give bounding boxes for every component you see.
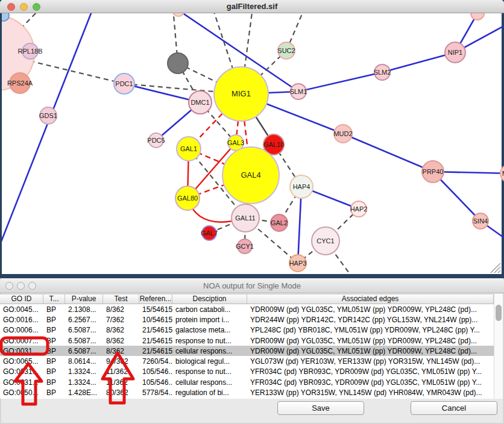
node-label: MIG1	[232, 89, 251, 98]
vertical-scrollbar[interactable]	[494, 294, 503, 399]
network-node-HAP4[interactable]: HAP4	[290, 175, 313, 198]
node-label: HAP4	[293, 183, 310, 190]
network-node-gray1[interactable]	[168, 53, 188, 73]
table-cell: GO:0031...	[0, 367, 43, 376]
node-label: CYC1	[317, 237, 334, 245]
table-row[interactable]: GO:0016...BP6.2567...7/36210/54615protei…	[0, 314, 494, 325]
network-node-GAL1[interactable]: GAL1	[177, 137, 201, 161]
node-label: SIN4	[473, 217, 488, 225]
table-body: GO:0045...BP2.1308...8/36215/54615carbon…	[0, 304, 494, 398]
table-cell: BP	[43, 378, 65, 387]
network-edge	[343, 134, 433, 172]
node-label: GAL10	[263, 141, 284, 148]
resize-grip-icon[interactable]	[488, 261, 502, 274]
table-cell: GO:0006...	[0, 326, 43, 334]
network-node-PRP40[interactable]: PRP40	[422, 161, 444, 182]
table-cell: response to nut...	[172, 337, 247, 345]
table-row[interactable]: GO:0006...BP6.5087...8/36221/54615galact…	[0, 325, 494, 335]
cancel-button[interactable]: Cancel	[411, 401, 497, 415]
table-cell: 11/362	[103, 378, 139, 387]
table-cell: 15/54615	[139, 305, 172, 314]
table-cell: YGL073W (pd) YER103W, YER133W (pp) YOR31…	[247, 357, 494, 366]
table-cell: BP	[43, 337, 65, 345]
noa-window-titlebar[interactable]: NOA output for Single Mode	[0, 278, 504, 293]
network-node-HAP3[interactable]: HAP3	[289, 255, 307, 272]
node-label: PDC5	[147, 137, 165, 144]
network-node-GDS1[interactable]: GDS1	[39, 107, 57, 124]
network-canvas[interactable]: RPL18BRPS24AGDS1PDC1PDC5DMC1MIG1SUC2SLM1…	[2, 13, 504, 275]
column-header-desciption[interactable]: Desciption	[172, 295, 247, 304]
network-node-MSN[interactable]: MSN	[500, 164, 504, 182]
table-cell: YDR009W (pd) YGL035C, YML051W (pp) YDR00…	[247, 347, 494, 355]
network-node-GAL4[interactable]: GAL4	[222, 147, 279, 204]
table-cell: 1.428E...	[65, 388, 103, 397]
table-cell: cellular respons...	[172, 347, 247, 355]
table-cell: YFR034C (pd) YBR093C, YDR009W (pd) YGL03…	[247, 367, 494, 376]
table-cell: GO:0031...	[0, 347, 43, 355]
network-node-toppink[interactable]	[471, 13, 484, 20]
network-node-GAL80[interactable]: GAL80	[175, 186, 200, 210]
column-header-go-id[interactable]: GO ID	[0, 295, 43, 304]
table-row[interactable]: GO:0007...BP6.5087...8/36221/54615respon…	[0, 335, 494, 346]
table-cell: 21/54615	[139, 337, 172, 345]
network-node-topstub[interactable]	[172, 13, 184, 16]
network-node-SUC2[interactable]: SUC2	[277, 42, 295, 59]
node-label: GAL11	[235, 214, 255, 222]
column-header-associated-edges[interactable]: Associated edges	[247, 295, 494, 304]
network-node-CYC1[interactable]: CYC1	[312, 227, 339, 255]
node-label: NIP1	[448, 49, 462, 56]
node-label: GCY1	[236, 243, 254, 250]
scrollbar-thumb[interactable]	[496, 305, 502, 321]
table-cell: BP	[43, 326, 65, 334]
column-header-test[interactable]: Test	[103, 295, 139, 304]
table-cell: 21/54615	[139, 347, 172, 355]
column-header-t[interactable]: T...	[43, 295, 65, 304]
network-node-GAL7[interactable]: GAL7	[201, 226, 218, 240]
node-label: GAL3	[227, 139, 244, 146]
table-cell: 105/546...	[139, 367, 172, 376]
table-cell: GO:0045...	[0, 305, 43, 314]
network-node-NIP1[interactable]: NIP1	[445, 42, 465, 63]
table-row[interactable]: GO:0065...BP8.0614...94/3627260/54...bio…	[0, 356, 494, 366]
table-cell: protein import i...	[172, 316, 247, 324]
table-row[interactable]: GO:0031...BP1.3324...11/362105/546...res…	[0, 367, 494, 377]
table-cell: 6.5087...	[65, 326, 103, 334]
column-header-referen[interactable]: Referen...	[139, 295, 172, 304]
table-row[interactable]: GO:0050...BP1.428E...80/3625778/54...reg…	[0, 387, 494, 398]
network-node-DMC1[interactable]: DMC1	[189, 91, 212, 114]
network-node-MUD2[interactable]: MUD2	[333, 125, 352, 143]
table-cell: 6.2567...	[65, 316, 103, 324]
save-button[interactable]: Save	[277, 401, 364, 415]
table-cell: 8.0614...	[65, 357, 103, 366]
table-cell: 10/54615	[139, 316, 172, 324]
table-cell: 8/362	[103, 337, 139, 345]
graph-window-titlebar[interactable]: galFiltered.sif	[0, 0, 504, 13]
table-cell: BP	[43, 388, 65, 397]
table-cell: 80/362	[103, 388, 139, 397]
network-node-MIG1[interactable]: MIG1	[214, 67, 268, 121]
table-cell: 6.5087...	[65, 347, 103, 355]
table-row[interactable]: GO:0045...BP2.1308...8/36215/54615carbon…	[0, 304, 494, 314]
table-cell: cellular respons...	[172, 378, 247, 387]
table-cell: galactose meta...	[172, 326, 247, 334]
node-label: GAL2	[271, 219, 288, 226]
table-row[interactable]: GO:0031...BP6.5087...8/36221/54615cellul…	[0, 346, 494, 356]
network-edge	[382, 52, 455, 72]
table-cell: YDR009W (pd) YGL035C, YML051W (pp) YDR00…	[247, 337, 494, 345]
table-cell: response to nut...	[172, 367, 247, 376]
network-node-PDC1[interactable]: PDC1	[114, 73, 134, 94]
network-node-SLM1[interactable]: SLM1	[290, 84, 307, 99]
table-row[interactable]: GO:0031...BP1.3324...11/362105/546...cel…	[0, 377, 494, 387]
table-cell: YDR244W (pp) YDR142C, YDR142C (pp) YGL15…	[247, 316, 494, 324]
network-node-GAL11[interactable]: GAL11	[232, 204, 259, 232]
node-label: SLM2	[374, 69, 391, 76]
table-cell: YER133W (pp) YOR315W, YNL145W (pd) YHR08…	[247, 388, 494, 397]
table-cell: 94/362	[103, 357, 139, 366]
table-cell: 6.5087...	[65, 337, 103, 345]
network-node-SLM2[interactable]: SLM2	[374, 64, 391, 80]
network-node-GCY1[interactable]: GCY1	[236, 239, 254, 254]
network-node-GAL2[interactable]: GAL2	[271, 214, 288, 231]
network-node-HAP2[interactable]: HAP2	[350, 201, 368, 217]
column-header-p-value[interactable]: P-value	[65, 295, 103, 304]
network-node-SIN4[interactable]: SIN4	[473, 213, 488, 229]
